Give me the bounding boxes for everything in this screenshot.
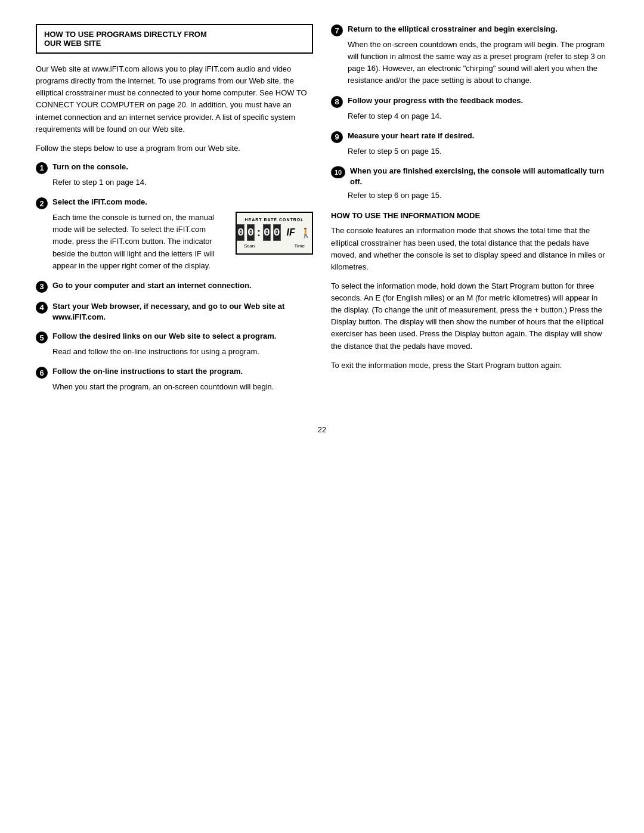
step-4-title: Start your Web browser, if necessary, an… bbox=[52, 301, 313, 323]
step-2-text: Each time the console is turned on, the … bbox=[52, 212, 228, 272]
step-7-body: When the on-screen countdown ends, the p… bbox=[348, 39, 608, 87]
step-7-number: 7 bbox=[331, 24, 343, 36]
step-5-number: 5 bbox=[36, 332, 48, 343]
page-layout: HOW TO USE PROGRAMS DIRECTLY FROM OUR WE… bbox=[36, 24, 608, 401]
step-2-content: Each time the console is turned on, the … bbox=[52, 212, 313, 272]
step-6-body: When you start the program, an on-screen… bbox=[52, 381, 313, 393]
step-6-number: 6 bbox=[36, 367, 48, 379]
step-6-title: Follow the on-line instructions to start… bbox=[52, 366, 243, 377]
intro-paragraph-2: Follow the steps below to use a program … bbox=[36, 143, 313, 154]
console-label: HEART RATE CONTROL bbox=[243, 218, 306, 222]
person-icon: 🚶 bbox=[300, 227, 312, 239]
step-7-header: 7 Return to the elliptical crosstrainer … bbox=[331, 24, 608, 36]
step-10-title: When you are finished exercising, the co… bbox=[350, 166, 608, 187]
step-10-body: Refer to step 6 on page 15. bbox=[348, 190, 608, 202]
colon-sep: : bbox=[257, 227, 261, 239]
step-10-header: 10 When you are finished exercising, the… bbox=[331, 166, 608, 187]
step-10-number: 10 bbox=[331, 166, 345, 178]
console-digits-row: 0 0 : 0 0 IF 🚶 bbox=[243, 224, 306, 241]
step-3-number: 3 bbox=[36, 281, 48, 293]
step-1-body: Refer to step 1 on page 14. bbox=[52, 176, 313, 188]
step-9-body: Refer to step 5 on page 15. bbox=[348, 145, 608, 157]
info-mode-para3: To exit the information mode, press the … bbox=[331, 360, 608, 371]
scan-label: Scan bbox=[244, 243, 255, 249]
step-10: 10 When you are finished exercising, the… bbox=[331, 166, 608, 202]
info-mode-para1: The console features an information mode… bbox=[331, 225, 608, 273]
section-title: HOW TO USE PROGRAMS DIRECTLY FROM OUR WE… bbox=[44, 30, 305, 48]
console-bottom-row: Scan Time bbox=[243, 243, 306, 249]
digit-2: 0 bbox=[263, 224, 271, 241]
step-8: 8 Follow your progress with the feedback… bbox=[331, 95, 608, 122]
step-8-header: 8 Follow your progress with the feedback… bbox=[331, 95, 608, 108]
digit-3: 0 bbox=[273, 224, 281, 241]
step-5: 5 Follow the desired links on our Web si… bbox=[36, 331, 313, 358]
step-1-title: Turn on the console. bbox=[52, 162, 128, 172]
step-9: 9 Measure your heart rate if desired. Re… bbox=[331, 131, 608, 157]
left-column: HOW TO USE PROGRAMS DIRECTLY FROM OUR WE… bbox=[36, 24, 313, 401]
info-mode-section: HOW TO USE THE INFORMATION MODE The cons… bbox=[331, 211, 608, 371]
section-box-title: HOW TO USE PROGRAMS DIRECTLY FROM OUR WE… bbox=[36, 24, 313, 54]
info-mode-title: HOW TO USE THE INFORMATION MODE bbox=[331, 211, 608, 220]
step-2-title: Select the iFIT.com mode. bbox=[52, 197, 147, 208]
step-8-title: Follow your progress with the feedback m… bbox=[348, 95, 523, 106]
step-5-title: Follow the desired links on our Web site… bbox=[52, 331, 276, 342]
step-6: 6 Follow the on-line instructions to sta… bbox=[36, 366, 313, 393]
digit-1: 0 bbox=[247, 224, 255, 241]
right-column: 7 Return to the elliptical crosstrainer … bbox=[331, 24, 608, 401]
time-label: Time bbox=[295, 243, 305, 249]
step-3-header: 3 Go to your computer and start an inter… bbox=[36, 280, 313, 293]
step-7: 7 Return to the elliptical crosstrainer … bbox=[331, 24, 608, 87]
page-number: 22 bbox=[36, 425, 608, 434]
step-4: 4 Start your Web browser, if necessary, … bbox=[36, 301, 313, 323]
step-9-number: 9 bbox=[331, 131, 343, 143]
step-2-number: 2 bbox=[36, 197, 48, 209]
step-2: 2 Select the iFIT.com mode. Each time th… bbox=[36, 197, 313, 272]
if-indicator: IF bbox=[287, 227, 295, 238]
step-7-title: Return to the elliptical crosstrainer an… bbox=[348, 24, 558, 35]
step-2-header: 2 Select the iFIT.com mode. bbox=[36, 197, 313, 209]
step-1: 1 Turn on the console. Refer to step 1 o… bbox=[36, 162, 313, 188]
step-1-header: 1 Turn on the console. bbox=[36, 162, 313, 174]
step-1-number: 1 bbox=[36, 162, 48, 174]
step-6-header: 6 Follow the on-line instructions to sta… bbox=[36, 366, 313, 379]
console-display-image: HEART RATE CONTROL 0 0 : 0 0 IF 🚶 Scan T… bbox=[236, 212, 313, 255]
info-mode-para2: To select the information mode, hold dow… bbox=[331, 280, 608, 352]
step-8-body: Refer to step 4 on page 14. bbox=[348, 110, 608, 122]
step-4-header: 4 Start your Web browser, if necessary, … bbox=[36, 301, 313, 323]
digit-0: 0 bbox=[237, 224, 244, 241]
step-5-header: 5 Follow the desired links on our Web si… bbox=[36, 331, 313, 343]
step-4-number: 4 bbox=[36, 302, 48, 314]
step-3: 3 Go to your computer and start an inter… bbox=[36, 280, 313, 293]
step-8-number: 8 bbox=[331, 96, 343, 108]
step-9-title: Measure your heart rate if desired. bbox=[348, 131, 474, 141]
intro-paragraph: Our Web site at www.iFIT.com allows you … bbox=[36, 63, 313, 135]
step-9-header: 9 Measure your heart rate if desired. bbox=[331, 131, 608, 143]
step-3-title: Go to your computer and start an interne… bbox=[52, 280, 252, 291]
step-5-body: Read and follow the on-line instructions… bbox=[52, 346, 313, 358]
